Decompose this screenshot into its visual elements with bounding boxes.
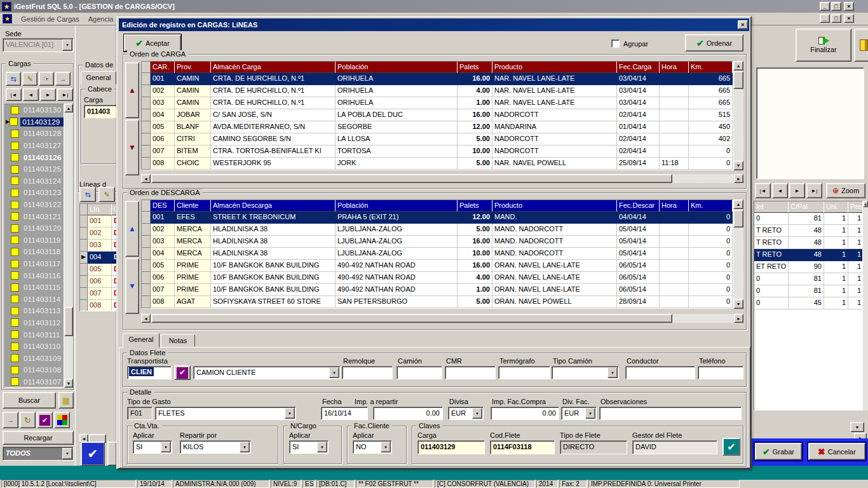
scroll-right-icon[interactable]: ► <box>734 174 743 183</box>
chevron-down-icon[interactable]: ▼ <box>317 442 327 452</box>
menu-gestion-de-cargas[interactable]: Gestión de Cargas <box>21 15 79 23</box>
cod-flete-field[interactable]: 0114F03118 <box>490 440 555 454</box>
scroll-up-icon[interactable]: ▲ <box>863 201 868 207</box>
chevron-down-icon[interactable]: ▼ <box>329 367 339 378</box>
nav-next-button[interactable]: ► <box>40 88 56 101</box>
carga-key-field[interactable]: 011403 <box>84 105 116 118</box>
table-row[interactable]: 007BITEMCTRA. TORTOSA-BENIFALLET KITORTO… <box>142 146 733 158</box>
right-nav-last-button[interactable]: ►| <box>806 183 822 198</box>
carga-list-item[interactable]: 011403110 <box>5 341 64 353</box>
transportista-field[interactable]: CLIEN <box>127 366 172 379</box>
validate-icon[interactable]: ✔ <box>37 412 53 428</box>
filter-combo[interactable]: TODOS ▼ <box>3 447 74 461</box>
table-row[interactable]: 04511 <box>754 297 862 309</box>
table-row[interactable]: 003MERCAHLADILNISKA 38LJUBLJANA-ZALOG16.… <box>142 236 733 248</box>
carga-list-item[interactable]: 011403130 <box>5 104 64 116</box>
table-row[interactable]: 006CITRICAMINO SEGORBE S/NLA LLOSA5.00NA… <box>142 133 733 146</box>
sede-combo[interactable]: VALENCIA.[01]. ▼ <box>3 38 74 52</box>
tipo-gasto-code-field[interactable]: F01 <box>127 407 153 420</box>
tipo-camion-combo[interactable]: ▼ <box>552 366 619 379</box>
table-row[interactable]: 007D <box>80 288 116 300</box>
scroll-up-icon[interactable]: ▲ <box>733 200 743 209</box>
table-row[interactable]: 006D <box>80 276 116 288</box>
conductor-field[interactable] <box>625 366 695 379</box>
gestor-flete-field[interactable]: DAVID <box>632 440 717 454</box>
buscar-button[interactable]: Buscar <box>3 392 56 409</box>
recargar-button[interactable]: Recargar <box>3 431 74 445</box>
carga-list-item[interactable]: 011403126 <box>5 151 64 163</box>
edit-lines-icon[interactable]: ⇆ <box>6 72 21 86</box>
table-row[interactable]: ▶004D <box>80 252 116 264</box>
zoom-button[interactable]: ⊕ Zoom <box>826 183 865 198</box>
divisa-combo[interactable]: EUR ▼ <box>448 407 484 420</box>
table-row[interactable]: 004MERCAHLADILNISKA 38LJUBLJANA-ZALOG10.… <box>142 248 733 260</box>
carga-list-item[interactable]: 011403124 <box>5 175 64 187</box>
chevron-down-icon[interactable]: ▼ <box>161 442 171 452</box>
child-minimize-button[interactable]: _ <box>820 14 830 23</box>
goto-record-icon[interactable]: → <box>55 72 71 86</box>
move-up-icon[interactable]: ▲ <box>125 201 139 257</box>
carga-list-item[interactable]: 011403117 <box>5 258 64 270</box>
descarga-vscroll[interactable]: ▲ ▼ <box>733 200 743 309</box>
edit-record-icon[interactable]: ✎ <box>22 72 37 86</box>
telefono-field[interactable] <box>698 366 743 379</box>
table-row[interactable]: 005D <box>80 264 116 276</box>
claves-carga-field[interactable]: 011403129 <box>417 440 485 454</box>
child-restore-button[interactable]: □ <box>831 14 841 23</box>
table-row[interactable]: 002MERCAHLADILNISKA 38LJUBLJANA-ZALOG5.0… <box>142 224 733 236</box>
scroll-left-icon[interactable]: ◄ <box>141 174 151 183</box>
chevron-down-icon[interactable]: ▼ <box>62 39 72 51</box>
pointing-hand-icon[interactable]: ☞ <box>39 72 54 86</box>
table-row[interactable]: 001D <box>80 215 116 227</box>
grid-view-icon[interactable]: ▦ <box>58 392 74 409</box>
table-row[interactable]: 006PRIME10/F BANGKOK BANK BUILDING490-49… <box>142 272 733 284</box>
close-button[interactable]: × <box>844 2 854 11</box>
move-lines-icon[interactable]: ⇆ <box>79 187 96 202</box>
table-row[interactable]: 008AGATSOFIYSKAYA STREET 60 STORESAN PET… <box>142 296 733 308</box>
scroll-down-icon[interactable]: ▼ <box>733 161 743 170</box>
nav-first-button[interactable]: |◄ <box>6 88 22 101</box>
cancelar-button[interactable]: ✖ Cancelar <box>808 443 865 460</box>
scroll-right-icon[interactable]: ► <box>734 314 743 323</box>
cmr-field[interactable] <box>445 366 496 379</box>
carga-list-item[interactable]: 011403108 <box>5 364 64 376</box>
tab-general[interactable]: General <box>123 333 159 348</box>
chevron-down-icon[interactable]: ▼ <box>585 408 595 419</box>
carga-list-item[interactable]: 011403127 <box>5 140 64 152</box>
carga-list-item[interactable]: 011403111 <box>5 329 64 341</box>
nav-prev-button[interactable]: ◄ <box>23 88 39 101</box>
dialog-close-icon[interactable]: × <box>738 20 748 29</box>
table-row[interactable]: 001EFESSTREET K TREBONICUMPRAHA 5 (EXIT … <box>142 212 733 224</box>
chevron-down-icon[interactable]: ▼ <box>472 408 482 419</box>
icon-fragment[interactable] <box>107 442 116 466</box>
chevron-down-icon[interactable]: ▼ <box>62 448 72 459</box>
menu-agencia[interactable]: Agencia <box>88 15 114 23</box>
remolque-field[interactable] <box>342 366 393 379</box>
imp-repartir-field[interactable]: 0.00 <box>373 407 443 420</box>
refresh-icon[interactable]: ↻ <box>20 412 36 428</box>
restore-button[interactable]: □ <box>831 2 841 11</box>
table-row[interactable]: T RETO4811 <box>754 225 862 237</box>
carga-list-item[interactable]: 011403118 <box>5 246 64 258</box>
grabar-button[interactable]: ✔ Grabar <box>755 443 802 460</box>
carga-list-item[interactable]: 011403119 <box>5 234 64 247</box>
chevron-down-icon[interactable]: ▼ <box>607 367 618 378</box>
tab-notas[interactable]: Notas <box>161 334 195 347</box>
move-down-icon[interactable]: ▼ <box>125 258 139 314</box>
carga-list-item[interactable]: 011403128 <box>5 128 64 140</box>
small-scroll-down-icon[interactable]: ▼ <box>850 422 864 432</box>
transportista-name-combo[interactable]: CAMION CLIENTE ▼ <box>193 366 341 379</box>
table-row[interactable]: 007PRIME10/F BANGKOK BANK BUILDING490-49… <box>142 284 733 296</box>
exit-door-icon[interactable] <box>854 29 868 62</box>
table-row[interactable]: 08111 <box>754 213 862 225</box>
table-row[interactable]: 005BLANFAVDA.MEDITERRANEO, S/NSEGORBE12.… <box>142 121 733 133</box>
scroll-down-icon[interactable]: ▼ <box>64 379 73 388</box>
right-nav-next-button[interactable]: ► <box>789 183 805 198</box>
right-nav-prev-button[interactable]: ◄ <box>772 183 788 198</box>
validate-selected-icon[interactable]: ✔ <box>81 442 105 466</box>
tipo-gasto-combo[interactable]: FLETES ▼ <box>155 407 296 420</box>
chevron-down-icon[interactable]: ▼ <box>381 442 391 452</box>
table-row[interactable]: 002CAMINCRTA. DE HURCHILLO, N.º1ORIHUELA… <box>142 85 733 97</box>
carga-list-item[interactable]: 011403115 <box>5 281 64 294</box>
table-row[interactable]: 08111 <box>754 285 862 297</box>
